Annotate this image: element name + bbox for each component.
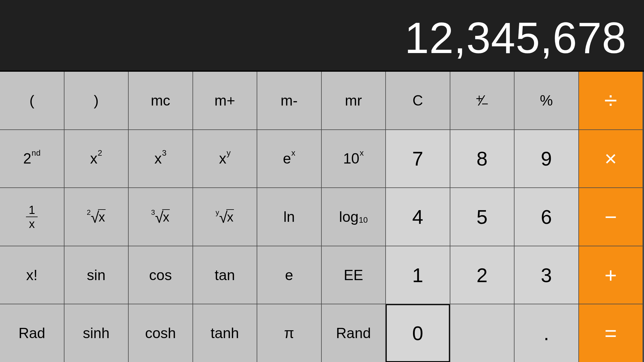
digit-2-button[interactable]: 2 — [450, 246, 514, 304]
minus-icon: − — [605, 205, 617, 229]
fraction-icon: 1x — [26, 204, 38, 230]
left-paren-button[interactable]: ( — [0, 72, 64, 129]
digit-4-button[interactable]: 4 — [386, 188, 450, 246]
memory-clear-button[interactable]: mc — [129, 72, 192, 129]
sin-button[interactable]: sin — [64, 246, 128, 304]
x-squared-button[interactable]: x2 — [64, 130, 128, 188]
memory-minus-button[interactable]: m- — [257, 72, 321, 129]
clear-button[interactable]: C — [386, 72, 450, 129]
calculator-app: 12,345,678 ( ) mc m+ m- mr C +∕− % ÷ 2nd… — [0, 0, 644, 362]
pi-button[interactable]: π — [257, 304, 321, 362]
multiply-button[interactable]: × — [579, 130, 643, 188]
log10-button[interactable]: log10 — [322, 188, 386, 246]
factorial-button[interactable]: x! — [0, 246, 64, 304]
plus-icon: + — [605, 263, 617, 287]
digit-7-button[interactable]: 7 — [386, 130, 450, 188]
display: 12,345,678 — [0, 0, 644, 71]
tanh-button[interactable]: tanh — [193, 304, 257, 362]
keypad: ( ) mc m+ m- mr C +∕− % ÷ 2nd x2 x3 xy e… — [0, 71, 644, 362]
blank-button[interactable] — [450, 304, 514, 362]
percent-button[interactable]: % — [514, 72, 578, 129]
x-to-y-button[interactable]: xy — [193, 130, 257, 188]
digit-8-button[interactable]: 8 — [450, 130, 514, 188]
ten-to-x-button[interactable]: 10x — [322, 130, 386, 188]
equals-button[interactable]: = — [579, 304, 643, 362]
right-paren-button[interactable]: ) — [64, 72, 128, 129]
plus-button[interactable]: + — [579, 246, 643, 304]
digit-6-button[interactable]: 6 — [514, 188, 578, 246]
rand-button[interactable]: Rand — [322, 304, 386, 362]
ee-button[interactable]: EE — [322, 246, 386, 304]
memory-recall-button[interactable]: mr — [322, 72, 386, 129]
y-root-button[interactable]: y√x — [193, 188, 257, 246]
ln-button[interactable]: ln — [257, 188, 321, 246]
x-cubed-button[interactable]: x3 — [129, 130, 192, 188]
e-to-x-button[interactable]: ex — [257, 130, 321, 188]
divide-icon: ÷ — [604, 87, 617, 114]
digit-0-button[interactable]: 0 — [386, 304, 450, 362]
cube-root-button[interactable]: 3√x — [129, 188, 192, 246]
digit-9-button[interactable]: 9 — [514, 130, 578, 188]
reciprocal-button[interactable]: 1x — [0, 188, 64, 246]
digit-1-button[interactable]: 1 — [386, 246, 450, 304]
display-value: 12,345,678 — [405, 13, 626, 63]
tan-button[interactable]: tan — [193, 246, 257, 304]
plus-minus-button[interactable]: +∕− — [450, 72, 514, 129]
multiply-icon: × — [605, 147, 617, 171]
second-function-button[interactable]: 2nd — [0, 130, 64, 188]
sinh-button[interactable]: sinh — [64, 304, 128, 362]
memory-plus-button[interactable]: m+ — [193, 72, 257, 129]
digit-3-button[interactable]: 3 — [514, 246, 578, 304]
equals-icon: = — [605, 321, 617, 345]
plus-minus-icon: +∕− — [476, 92, 488, 109]
decimal-button[interactable]: . — [514, 304, 578, 362]
cosh-button[interactable]: cosh — [129, 304, 192, 362]
digit-5-button[interactable]: 5 — [450, 188, 514, 246]
minus-button[interactable]: − — [579, 188, 643, 246]
e-constant-button[interactable]: e — [257, 246, 321, 304]
divide-button[interactable]: ÷ — [579, 72, 643, 129]
rad-button[interactable]: Rad — [0, 304, 64, 362]
cos-button[interactable]: cos — [129, 246, 192, 304]
square-root-button[interactable]: 2√x — [64, 188, 128, 246]
